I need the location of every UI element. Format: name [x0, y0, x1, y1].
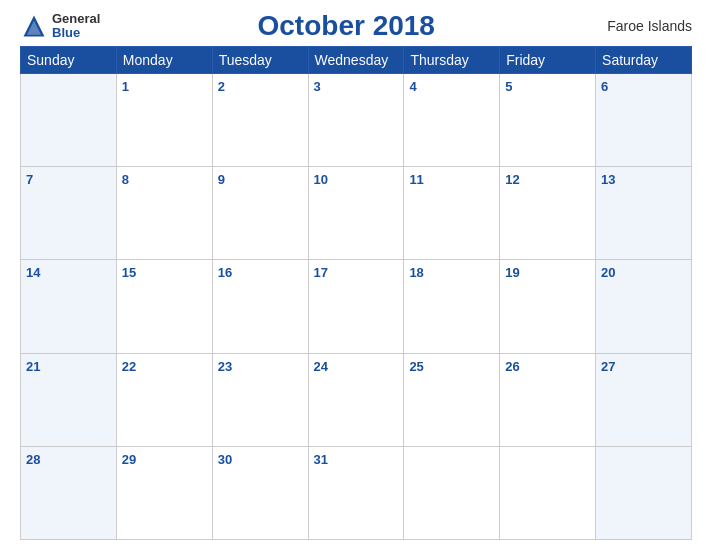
weekday-header-sunday: Sunday [21, 47, 117, 74]
day-number: 23 [218, 359, 232, 374]
calendar-cell: 10 [308, 167, 404, 260]
day-number: 24 [314, 359, 328, 374]
weekday-header-tuesday: Tuesday [212, 47, 308, 74]
generalblue-logo-icon [20, 12, 48, 40]
calendar-week-row: 78910111213 [21, 167, 692, 260]
day-number: 4 [409, 79, 416, 94]
calendar-cell: 15 [116, 260, 212, 353]
weekday-header-row: SundayMondayTuesdayWednesdayThursdayFrid… [21, 47, 692, 74]
logo: General Blue [20, 12, 100, 41]
calendar-week-row: 14151617181920 [21, 260, 692, 353]
day-number: 26 [505, 359, 519, 374]
day-number: 31 [314, 452, 328, 467]
weekday-header-thursday: Thursday [404, 47, 500, 74]
day-number: 30 [218, 452, 232, 467]
calendar-cell: 5 [500, 74, 596, 167]
day-number: 6 [601, 79, 608, 94]
weekday-header-wednesday: Wednesday [308, 47, 404, 74]
day-number: 17 [314, 265, 328, 280]
day-number: 12 [505, 172, 519, 187]
calendar-week-row: 123456 [21, 74, 692, 167]
calendar-cell: 7 [21, 167, 117, 260]
calendar-cell [404, 446, 500, 539]
day-number: 29 [122, 452, 136, 467]
month-title: October 2018 [100, 10, 592, 42]
weekday-header-friday: Friday [500, 47, 596, 74]
day-number: 2 [218, 79, 225, 94]
day-number: 13 [601, 172, 615, 187]
calendar-cell: 22 [116, 353, 212, 446]
calendar-cell: 13 [596, 167, 692, 260]
calendar-cell: 24 [308, 353, 404, 446]
calendar-week-row: 28293031 [21, 446, 692, 539]
calendar-cell: 14 [21, 260, 117, 353]
calendar-cell: 30 [212, 446, 308, 539]
calendar-cell: 3 [308, 74, 404, 167]
calendar-cell: 17 [308, 260, 404, 353]
day-number: 25 [409, 359, 423, 374]
logo-general-label: General [52, 12, 100, 26]
calendar-cell: 31 [308, 446, 404, 539]
day-number: 10 [314, 172, 328, 187]
logo-text: General Blue [52, 12, 100, 41]
calendar-cell [21, 74, 117, 167]
day-number: 5 [505, 79, 512, 94]
calendar-cell: 20 [596, 260, 692, 353]
calendar-cell: 8 [116, 167, 212, 260]
calendar-cell: 9 [212, 167, 308, 260]
day-number: 18 [409, 265, 423, 280]
day-number: 1 [122, 79, 129, 94]
calendar-cell [500, 446, 596, 539]
calendar-cell: 27 [596, 353, 692, 446]
day-number: 11 [409, 172, 423, 187]
header: General Blue October 2018 Faroe Islands [20, 10, 692, 42]
calendar-week-row: 21222324252627 [21, 353, 692, 446]
weekday-header-saturday: Saturday [596, 47, 692, 74]
calendar-cell [596, 446, 692, 539]
logo-blue-label: Blue [52, 26, 100, 40]
day-number: 22 [122, 359, 136, 374]
calendar-cell: 23 [212, 353, 308, 446]
day-number: 15 [122, 265, 136, 280]
day-number: 14 [26, 265, 40, 280]
day-number: 19 [505, 265, 519, 280]
calendar-cell: 29 [116, 446, 212, 539]
calendar-cell: 11 [404, 167, 500, 260]
calendar-cell: 26 [500, 353, 596, 446]
calendar-cell: 6 [596, 74, 692, 167]
day-number: 8 [122, 172, 129, 187]
day-number: 3 [314, 79, 321, 94]
day-number: 27 [601, 359, 615, 374]
calendar-cell: 19 [500, 260, 596, 353]
calendar-table: SundayMondayTuesdayWednesdayThursdayFrid… [20, 46, 692, 540]
calendar-cell: 18 [404, 260, 500, 353]
day-number: 16 [218, 265, 232, 280]
region-label: Faroe Islands [592, 18, 692, 34]
calendar-cell: 2 [212, 74, 308, 167]
day-number: 28 [26, 452, 40, 467]
day-number: 21 [26, 359, 40, 374]
calendar-cell: 21 [21, 353, 117, 446]
weekday-header-monday: Monday [116, 47, 212, 74]
day-number: 20 [601, 265, 615, 280]
day-number: 9 [218, 172, 225, 187]
calendar-cell: 16 [212, 260, 308, 353]
calendar-cell: 25 [404, 353, 500, 446]
calendar-cell: 28 [21, 446, 117, 539]
calendar-cell: 12 [500, 167, 596, 260]
calendar-cell: 4 [404, 74, 500, 167]
day-number: 7 [26, 172, 33, 187]
calendar-cell: 1 [116, 74, 212, 167]
